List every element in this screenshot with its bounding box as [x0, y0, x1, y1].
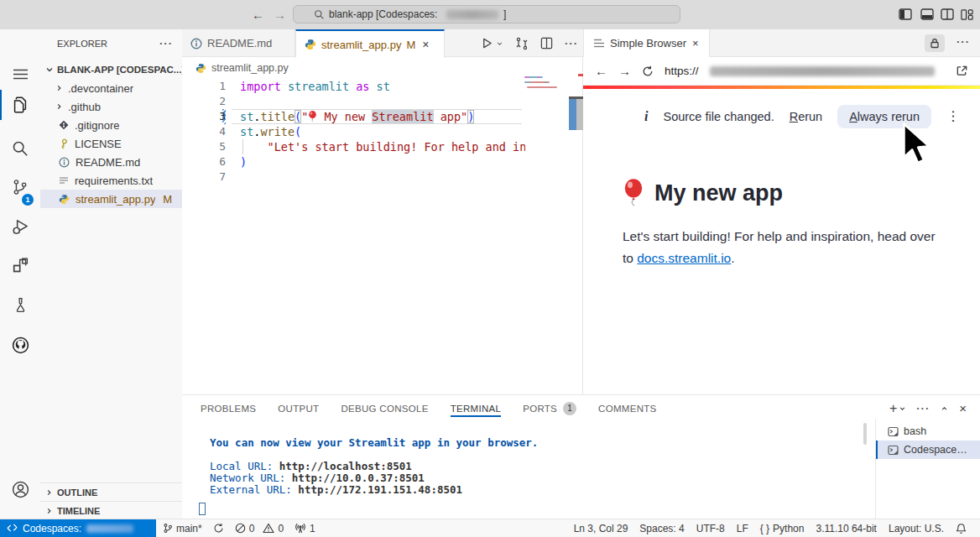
- sync-icon[interactable]: [213, 523, 224, 534]
- extensions-icon[interactable]: [0, 251, 40, 279]
- cursor-position-item[interactable]: Ln 3, Col 29: [574, 523, 628, 534]
- tab-streamlit-app[interactable]: streamlit_app.py M ×: [295, 29, 445, 58]
- breadcrumb[interactable]: streamlit_app.py: [195, 57, 289, 79]
- toggle-secondary-sidebar-icon[interactable]: [941, 8, 954, 21]
- python-interpreter-item[interactable]: 3.11.10 64-bit: [816, 523, 877, 534]
- outline-section-header[interactable]: OUTLINE: [40, 482, 187, 502]
- chevron-down-icon: [45, 65, 54, 74]
- browser-tab-bar: Simple Browser × ···: [583, 29, 980, 57]
- github-icon[interactable]: [0, 331, 40, 359]
- tree-item-streamlit-app[interactable]: streamlit_app.py M: [40, 190, 182, 208]
- tab-debug-console[interactable]: DEBUG CONSOLE: [341, 395, 428, 421]
- search-icon: [314, 9, 325, 20]
- explorer-more-actions-icon[interactable]: ···: [159, 37, 173, 50]
- tab-close-icon[interactable]: ×: [692, 37, 699, 50]
- toggle-primary-sidebar-icon[interactable]: [899, 8, 912, 21]
- remote-indicator[interactable]: Codespaces:: [0, 519, 156, 537]
- maximize-panel-icon[interactable]: [940, 405, 949, 412]
- explorer-icon[interactable]: [0, 91, 40, 119]
- line-number-active: 3: [192, 109, 226, 124]
- tab-readme[interactable]: README.md: [182, 29, 295, 57]
- tab-close-icon[interactable]: ×: [422, 38, 429, 51]
- tree-item-requirements[interactable]: requirements.txt: [40, 171, 182, 190]
- new-terminal-icon[interactable]: +: [889, 401, 906, 416]
- python-file-icon: [305, 39, 316, 50]
- keyboard-layout-item[interactable]: Layout: U.S.: [889, 523, 944, 534]
- activity-bar: 1: [0, 29, 41, 519]
- source-control-icon[interactable]: [0, 173, 40, 201]
- tab-comments[interactable]: COMMENTS: [598, 395, 656, 421]
- info-file-icon: [190, 38, 202, 50]
- eol-item[interactable]: LF: [737, 523, 748, 534]
- streamlit-menu-icon[interactable]: ···: [947, 110, 960, 123]
- tab-problems[interactable]: PROBLEMS: [201, 395, 256, 421]
- indentation-item[interactable]: Spaces: 4: [639, 523, 684, 534]
- balloon-emoji-icon: [308, 111, 317, 123]
- line-number: 1: [192, 79, 226, 94]
- panel-more-actions-icon[interactable]: ···: [916, 402, 930, 414]
- code-line-5[interactable]: "Let's start building! For help and insp…: [240, 139, 525, 154]
- session-codespace[interactable]: Codespace…: [876, 441, 980, 459]
- code-line-4[interactable]: st.write(: [240, 124, 301, 139]
- chevron-right-icon: [55, 84, 63, 92]
- run-debug-icon[interactable]: [0, 212, 40, 241]
- testing-icon[interactable]: [0, 290, 40, 319]
- warning-count-icon: [263, 523, 274, 534]
- line-number: 6: [192, 154, 226, 169]
- language-mode-item[interactable]: { }Python: [760, 523, 805, 534]
- streamlit-running-indicator: [583, 86, 980, 89]
- menu-icon[interactable]: [0, 60, 40, 88]
- lock-button[interactable]: [925, 34, 945, 52]
- docs-streamlit-link[interactable]: docs.streamlit.io: [637, 251, 731, 265]
- tree-item-github[interactable]: .github: [40, 97, 182, 116]
- reload-icon[interactable]: [642, 65, 654, 77]
- problems-status-item[interactable]: 0 0: [235, 523, 284, 534]
- tree-item-gitignore[interactable]: .gitignore: [40, 116, 182, 134]
- session-bash[interactable]: bash: [876, 422, 980, 441]
- timeline-section-header[interactable]: TIMELINE: [40, 501, 187, 520]
- overview-selection-mark: [569, 99, 576, 130]
- split-editor-icon[interactable]: [540, 37, 553, 50]
- info-icon[interactable]: i: [644, 109, 648, 124]
- rerun-button[interactable]: Rerun: [790, 110, 823, 123]
- toggle-panel-icon[interactable]: [920, 8, 934, 21]
- chevron-right-icon: [45, 507, 53, 515]
- open-changes-icon[interactable]: [515, 37, 529, 50]
- browser-more-actions-icon[interactable]: ···: [957, 35, 970, 48]
- search-view-icon[interactable]: [0, 134, 40, 163]
- code-line-1[interactable]: import streamlit as st: [240, 79, 390, 94]
- run-python-file-icon[interactable]: [481, 37, 503, 50]
- redacted-url[interactable]: [710, 66, 935, 76]
- list-icon: [594, 39, 604, 48]
- redacted-codespace-name: [446, 10, 498, 19]
- history-forward-button[interactable]: →: [274, 7, 286, 23]
- url-scheme[interactable]: https://: [665, 65, 699, 77]
- customize-layout-icon[interactable]: [961, 8, 973, 21]
- app-title-text: My new app: [654, 180, 783, 206]
- more-actions-icon[interactable]: ···: [565, 37, 578, 50]
- accounts-icon[interactable]: [0, 475, 40, 503]
- tab-ports[interactable]: PORTS1: [523, 395, 576, 421]
- code-line-3[interactable]: st.title(" My new Streamlit app"): [240, 109, 474, 124]
- tab-simple-browser[interactable]: Simple Browser ×: [583, 29, 710, 57]
- browser-forward-button[interactable]: →: [618, 63, 631, 80]
- command-center-search[interactable]: blank-app [Codespaces: ]: [293, 5, 680, 23]
- tab-output[interactable]: OUTPUT: [278, 395, 319, 421]
- explorer-root-folder[interactable]: BLANK-APP [CODESPAC...]: [40, 60, 182, 79]
- browser-back-button[interactable]: ←: [595, 63, 607, 80]
- tree-item-license[interactable]: LICENSE: [40, 134, 182, 153]
- tree-item-devcontainer[interactable]: .devcontainer: [40, 79, 182, 97]
- encoding-item[interactable]: UTF-8: [696, 523, 725, 534]
- history-back-button[interactable]: ←: [252, 7, 264, 23]
- always-rerun-button[interactable]: Always rerun: [837, 105, 931, 128]
- notifications-bell-icon[interactable]: [956, 523, 967, 534]
- remote-label: Codespaces:: [23, 523, 81, 534]
- forwarded-ports-status-item[interactable]: 1: [295, 523, 315, 534]
- terminal-scrollbar[interactable]: [863, 423, 867, 445]
- tree-item-readme[interactable]: README.md: [40, 153, 182, 171]
- branch-status-item[interactable]: main*: [163, 523, 202, 534]
- close-panel-icon[interactable]: ×: [959, 401, 967, 415]
- code-line-6[interactable]: ): [240, 154, 247, 169]
- open-external-icon[interactable]: [956, 65, 968, 77]
- tab-terminal[interactable]: TERMINAL: [451, 395, 502, 421]
